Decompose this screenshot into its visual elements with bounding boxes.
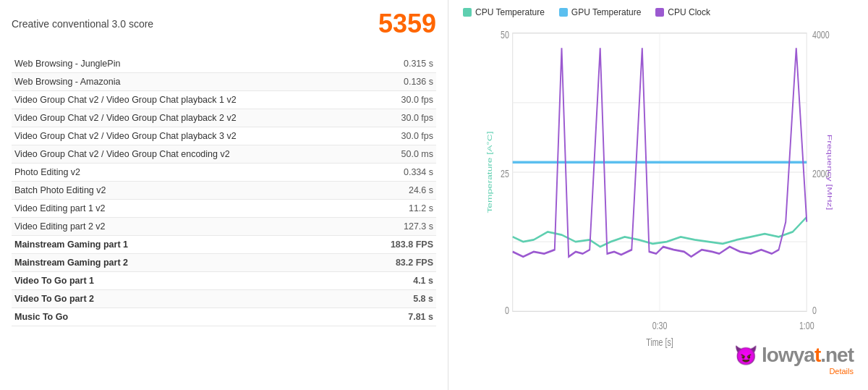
right-panel: CPU Temperature GPU Temperature CPU Cloc… — [448, 0, 868, 390]
svg-text:4000: 4000 — [812, 28, 830, 41]
logo-icon: 😈 — [734, 344, 757, 367]
row-label: Mainstream Gaming part 2 — [12, 254, 350, 272]
svg-text:25: 25 — [501, 167, 509, 179]
table-row: Video Editing part 2 v2 127.3 s — [12, 218, 436, 236]
svg-text:50: 50 — [501, 28, 509, 41]
row-value: 0.315 s — [350, 55, 436, 73]
row-label: Web Browsing - JunglePin — [12, 55, 350, 73]
svg-text:Time [s]: Time [s] — [646, 336, 673, 349]
row-value: 0.334 s — [350, 164, 436, 182]
table-row: Web Browsing - JunglePin 0.315 s — [12, 55, 436, 73]
row-label: Video To Go part 1 — [12, 272, 350, 290]
svg-text:0:30: 0:30 — [652, 319, 668, 331]
row-label: Video To Go part 2 — [12, 290, 350, 308]
table-row: Photo Editing v2 0.334 s — [12, 164, 436, 182]
score-value: 5359 — [378, 9, 436, 39]
svg-text:0: 0 — [505, 305, 509, 317]
table-row: Music To Go 7.81 s — [12, 308, 436, 326]
row-value: 11.2 s — [350, 200, 436, 218]
row-label: Video Editing part 1 v2 — [12, 200, 350, 218]
row-value: 7.81 s — [350, 308, 436, 326]
legend-label: GPU Temperature — [571, 7, 642, 17]
legend-color — [655, 8, 664, 17]
row-label: Video Group Chat v2 / Video Group Chat p… — [12, 109, 350, 127]
row-label: Photo Editing v2 — [12, 164, 350, 182]
svg-text:Temperature [A°C]: Temperature [A°C] — [485, 131, 493, 213]
row-value: 183.8 FPS — [350, 236, 436, 254]
logo-area: 😈 lowyat.net Details — [734, 344, 854, 376]
legend-label: CPU Temperature — [475, 7, 545, 17]
row-label: Batch Photo Editing v2 — [12, 182, 350, 200]
legend-item: CPU Clock — [655, 7, 710, 17]
row-label: Video Group Chat v2 / Video Group Chat p… — [12, 127, 350, 145]
table-row: Mainstream Gaming part 1 183.8 FPS — [12, 236, 436, 254]
svg-text:Frequency [MHz]: Frequency [MHz] — [826, 135, 834, 211]
row-value: 83.2 FPS — [350, 254, 436, 272]
row-value: 50.0 ms — [350, 145, 436, 164]
chart-area: 50 25 0 4000 2000 0 Temperature [A°C] Fr… — [485, 23, 835, 361]
legend-color — [463, 8, 472, 17]
table-row: Video Group Chat v2 / Video Group Chat e… — [12, 145, 436, 164]
row-value: 30.0 fps — [350, 91, 436, 109]
table-row: Batch Photo Editing v2 24.6 s — [12, 182, 436, 200]
table-row: Video Group Chat v2 / Video Group Chat p… — [12, 91, 436, 109]
left-panel: Creative conventional 3.0 score 5359 Web… — [0, 0, 448, 390]
table-row: Video To Go part 2 5.8 s — [12, 290, 436, 308]
legend-color — [559, 8, 568, 17]
score-title: Creative conventional 3.0 score — [12, 18, 153, 30]
legend-item: GPU Temperature — [559, 7, 642, 17]
row-label: Video Editing part 2 v2 — [12, 218, 350, 236]
table-row: Video Group Chat v2 / Video Group Chat p… — [12, 109, 436, 127]
legend: CPU Temperature GPU Temperature CPU Cloc… — [463, 7, 856, 17]
row-value: 5.8 s — [350, 290, 436, 308]
svg-text:0: 0 — [812, 305, 817, 317]
row-label: Video Group Chat v2 / Video Group Chat p… — [12, 91, 350, 109]
row-value: 30.0 fps — [350, 109, 436, 127]
details-link[interactable]: Details — [829, 367, 854, 376]
row-value: 0.136 s — [350, 73, 436, 91]
benchmark-table: Web Browsing - JunglePin 0.315 s Web Bro… — [12, 55, 436, 326]
table-row: Video To Go part 1 4.1 s — [12, 272, 436, 290]
table-row: Video Editing part 1 v2 11.2 s — [12, 200, 436, 218]
chart-svg: 50 25 0 4000 2000 0 Temperature [A°C] Fr… — [485, 23, 835, 361]
row-value: 24.6 s — [350, 182, 436, 200]
logo-text: lowyat.net — [762, 344, 854, 367]
table-row: Mainstream Gaming part 2 83.2 FPS — [12, 254, 436, 272]
row-label: Web Browsing - Amazonia — [12, 73, 350, 91]
score-header: Creative conventional 3.0 score 5359 — [12, 9, 436, 45]
row-value: 4.1 s — [350, 272, 436, 290]
table-row: Web Browsing - Amazonia 0.136 s — [12, 73, 436, 91]
row-value: 127.3 s — [350, 218, 436, 236]
row-label: Music To Go — [12, 308, 350, 326]
table-row: Video Group Chat v2 / Video Group Chat p… — [12, 127, 436, 145]
row-label: Mainstream Gaming part 1 — [12, 236, 350, 254]
svg-text:1:00: 1:00 — [799, 319, 814, 331]
legend-item: CPU Temperature — [463, 7, 545, 17]
row-label: Video Group Chat v2 / Video Group Chat e… — [12, 145, 350, 164]
legend-label: CPU Clock — [668, 7, 710, 17]
row-value: 30.0 fps — [350, 127, 436, 145]
